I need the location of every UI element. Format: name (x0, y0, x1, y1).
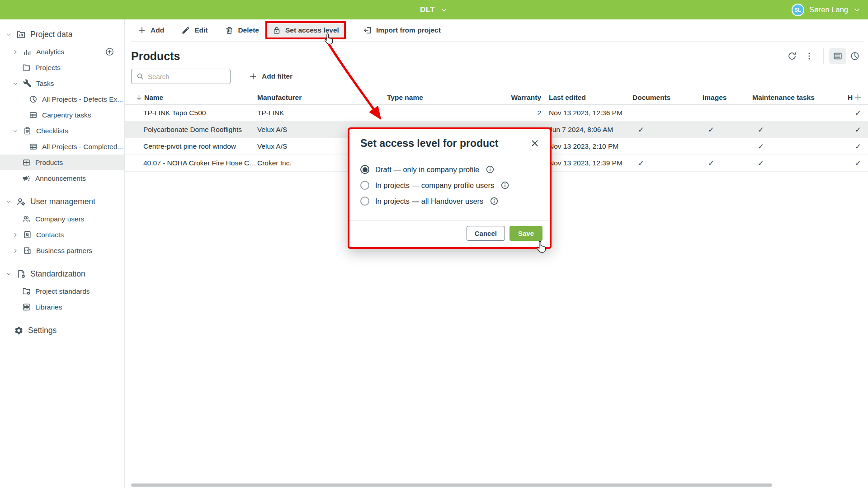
info-icon[interactable] (490, 197, 499, 206)
sidebar-item-all-projects-completed[interactable]: All Projects - Completed... (0, 139, 124, 155)
column-header-documents[interactable]: Documents (632, 94, 703, 102)
column-header-type-name[interactable]: Type name (387, 94, 497, 102)
user-menu[interactable]: SL Søren Lang (792, 0, 861, 19)
megaphone-icon (22, 174, 31, 183)
pencil-icon (181, 26, 190, 35)
sidebar-item-settings[interactable]: Settings (0, 321, 124, 340)
table-row[interactable]: TP-LINK Tapo C500 TP-LINK 2 Nov 13 2023,… (125, 105, 868, 122)
handover-check: ✓ (848, 126, 868, 134)
handover-check: ✓ (848, 159, 868, 168)
user-gear-icon (16, 197, 26, 206)
document-check-icon (16, 269, 26, 279)
plus-icon (137, 26, 146, 35)
handover-check: ✓ (848, 142, 868, 151)
column-header-maintenance-tasks[interactable]: Maintenance tasks (752, 94, 848, 102)
option-all-handover-users: In projects — all Handover users (360, 196, 539, 206)
add-column-icon[interactable] (853, 93, 863, 102)
avatar: SL (792, 4, 804, 16)
option-company-profile-users: In projects — company profile users (360, 180, 539, 191)
sidebar-item-business-partners[interactable]: Business partners (0, 243, 124, 258)
divider (823, 48, 824, 64)
column-header-manufacturer[interactable]: Manufacturer (257, 94, 387, 102)
page-title: Products (131, 50, 180, 63)
search-input[interactable] (148, 73, 226, 80)
sidebar-item-libraries[interactable]: Libraries (0, 299, 124, 315)
chevron-down-icon (853, 6, 861, 14)
maintenance-check: ✓ (752, 126, 848, 134)
info-icon[interactable] (500, 181, 509, 190)
radio-draft[interactable] (360, 165, 369, 174)
sidebar-item-checklists[interactable]: Checklists (0, 123, 124, 139)
folder-icon (22, 63, 31, 72)
close-dialog-button[interactable] (529, 137, 541, 149)
sidebar-item-carpentry-tasks[interactable]: Carpentry tasks (0, 107, 124, 123)
chart-view-toggle[interactable] (846, 48, 863, 64)
set-access-level-button[interactable]: Set access level (272, 26, 339, 35)
column-header-images[interactable]: Images (703, 94, 752, 102)
sidebar-item-user-management[interactable]: User management (0, 192, 124, 211)
table-view-toggle[interactable] (829, 48, 846, 64)
chevron-right-icon (12, 49, 19, 55)
horizontal-scrollbar[interactable] (131, 483, 772, 487)
save-button[interactable]: Save (509, 226, 542, 241)
cancel-button[interactable]: Cancel (467, 226, 505, 241)
folder-check-icon (22, 287, 31, 296)
column-header-warranty[interactable]: Warranty (497, 94, 542, 102)
refresh-button[interactable] (783, 48, 801, 64)
sidebar-item-products[interactable]: Products (0, 155, 124, 170)
main-content: Add Edit Delete Set access level Import … (125, 19, 868, 488)
chevron-down-icon (440, 6, 448, 14)
pie-view-icon (850, 51, 860, 61)
plus-icon (249, 72, 258, 81)
products-icon (22, 158, 31, 167)
user-name: Søren Lang (809, 5, 848, 14)
table-header: Name Manufacturer Type name Warranty Las… (125, 90, 868, 105)
sidebar-item-standardization[interactable]: Standardization (0, 264, 124, 283)
info-icon[interactable] (486, 165, 495, 174)
more-options-button[interactable] (801, 48, 818, 64)
edit-button[interactable]: Edit (181, 26, 208, 35)
sidebar-item-announcements[interactable]: Announcements (0, 170, 124, 186)
handover-check: ✓ (848, 109, 868, 117)
workspace-selector[interactable]: DLT (420, 5, 448, 14)
sidebar-item-analytics[interactable]: Analytics (0, 44, 124, 60)
option-draft: Draft — only in company profile (360, 164, 539, 175)
dialog-title: Set access level for product (360, 137, 499, 150)
sidebar-item-contacts[interactable]: Contacts (0, 227, 124, 243)
delete-button[interactable]: Delete (225, 26, 259, 35)
table-icon (29, 142, 38, 151)
gear-icon (14, 326, 24, 335)
add-analytics-icon[interactable] (105, 47, 114, 56)
people-icon (22, 215, 31, 223)
set-access-level-dialog: Set access level for product Draft — onl… (348, 127, 552, 249)
sidebar: Project data Analytics Projects Tasks Al… (0, 19, 125, 488)
avatar-initials: SL (794, 7, 801, 13)
images-check: ✓ (703, 126, 752, 134)
images-check: ✓ (703, 159, 752, 168)
top-bar: DLT SL Søren Lang (0, 0, 868, 19)
annotation-highlight-box: Set access level (265, 21, 346, 39)
sidebar-item-project-standards[interactable]: Project standards (0, 283, 124, 299)
sidebar-item-project-data[interactable]: Project data (0, 25, 124, 44)
chevron-down-icon (5, 31, 12, 38)
kebab-icon (804, 51, 814, 61)
maintenance-check: ✓ (752, 159, 848, 168)
sort-descending-icon (135, 94, 143, 101)
column-header-handover[interactable]: H (848, 93, 868, 102)
sidebar-item-tasks[interactable]: Tasks (0, 75, 124, 91)
view-actions (783, 48, 863, 64)
column-header-last-edited[interactable]: Last edited (542, 94, 632, 102)
sidebar-item-all-projects-defects[interactable]: All Projects - Defects Ex... (0, 91, 124, 107)
radio-all-handover-users[interactable] (360, 197, 369, 206)
chevron-down-icon (12, 128, 19, 134)
search-box (131, 69, 231, 84)
sidebar-item-projects[interactable]: Projects (0, 60, 124, 75)
add-button[interactable]: Add (137, 26, 164, 35)
chevron-right-icon (12, 248, 19, 254)
sidebar-item-company-users[interactable]: Company users (0, 211, 124, 227)
import-from-project-button[interactable]: Import from project (363, 26, 441, 35)
trash-icon (225, 26, 234, 35)
radio-company-profile-users[interactable] (360, 181, 369, 190)
column-header-name[interactable]: Name (125, 94, 257, 102)
add-filter-button[interactable]: Add filter (249, 72, 292, 81)
